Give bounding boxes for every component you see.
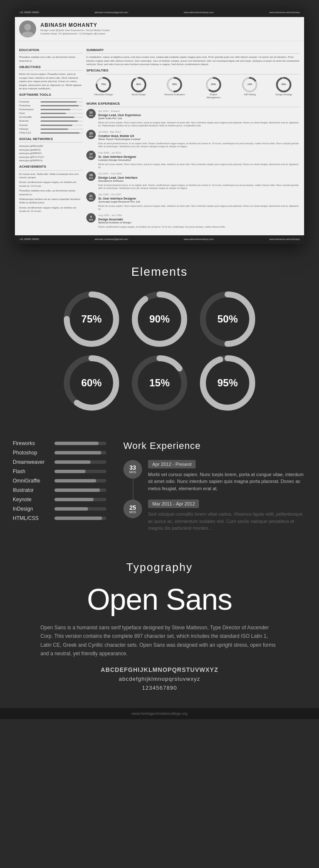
svg-point-0 (24, 24, 31, 31)
donut-chart: 90% (132, 291, 187, 347)
tool-row: Flash (19, 112, 83, 115)
software-tools-title: Software Tools (19, 93, 83, 98)
typography-title: Typography (13, 561, 306, 574)
work-col: Work Experience 33 MOS Apr 2012 - Presen… (123, 440, 306, 540)
tool-row: Illustrator (19, 120, 83, 123)
resume-work: 33 MOS Apr 2012 - Present Design Lead, U… (86, 109, 300, 228)
specialties-title: Specialties (86, 69, 300, 74)
donut-grid-row1: 75%90%50% (9, 291, 310, 347)
footer-url: www.heritagechristiancollege.org (131, 711, 188, 716)
donut-chart: 50% (200, 291, 255, 347)
resume-work-item: 17 MOS Feb 2009 - Jul 2010 Sr. User Inte… (86, 151, 300, 169)
skill-row: OmniGraffle (13, 478, 106, 484)
resume-work-item: 5 MOS Aug 2005 - Jan 2006 Design Associa… (86, 213, 300, 228)
resume-tagline1: Design Lead @Quikr User Experience • Soc… (40, 29, 110, 32)
tool-row: Photoshop (19, 104, 83, 107)
typography-section: Typography Open Sans Open Sans is a huma… (0, 548, 319, 708)
resume-left-col: Education Phasellus sodales eros odio, a… (19, 46, 83, 231)
tool-row: Dreamweaver (19, 108, 83, 111)
work-col-title: Work Experience (123, 440, 306, 451)
tool-row: Fireworks (19, 100, 83, 103)
skills-col: Fireworks Photoshop Dreamweaver Flash Om… (13, 440, 106, 540)
objectives-text: Morbi vel cursus sapien. Phasellus lorem… (19, 72, 83, 90)
tool-row: Keynote (19, 124, 83, 127)
resume-work-item: 16 MOS Oct 2007 - Feb 2009 Design Lead, … (86, 171, 300, 190)
resume-header: +91 98980 98980 abinash.mohanty@gmail.co… (15, 9, 304, 17)
summary-text: In vestibulum, metus ut dapibus luctus, … (86, 55, 300, 66)
font-name: Open Sans (13, 582, 306, 617)
resume-work-item: 33 MOS Apr 2012 - Present Design Lead, U… (86, 109, 300, 127)
resume-tools: Fireworks Photoshop Dreamweaver Flash Om… (19, 100, 83, 134)
resume-work-item: 21 MOS Jan 2006 - Oct 2007 Sr. User Inte… (86, 192, 300, 211)
work-timeline-item: 25 MOS Mar 2011 - Apr 2012 Sed volutpat … (123, 500, 306, 532)
resume-email: abinash.mohanty@gmail.com (94, 11, 128, 14)
specialty-item: 50%Heuristic Evaluation (164, 77, 185, 99)
skills-list: Fireworks Photoshop Dreamweaver Flash Om… (13, 440, 106, 521)
svg-point-1 (22, 31, 34, 37)
objectives-title: Objectives (19, 65, 83, 71)
resume-footer-bar: +91 98980 98980 abinash.mohanty@gmail.co… (15, 235, 304, 244)
work-timeline: 33 MOS Apr 2012 - Present Morbi vel curs… (123, 460, 306, 532)
specialty-item: 15%A/B Testing (242, 77, 257, 99)
resume-card: +91 98980 98980 abinash.mohanty@gmail.co… (15, 9, 304, 244)
donut-grid-row2: 60%15%95% (9, 355, 310, 411)
page-footer: www.heritagechristiancollege.org (0, 708, 319, 719)
footer-website: www.abinashmohanty.com (184, 238, 214, 241)
footer-behance: www.behance.net/mohanty (269, 238, 300, 241)
resume-inner: +91 98980 98980 abinash.mohanty@gmail.co… (15, 9, 304, 244)
footer-phone: +91 98980 98980 (19, 238, 39, 241)
skill-row: Illustrator (13, 487, 106, 493)
resume-achievements: Et massa eros. Nulla odio. Nulla consequ… (19, 172, 83, 213)
resume-body: Education Phasellus sodales eros odio, a… (15, 41, 304, 235)
education-title: Education (19, 48, 83, 54)
skill-row: InDesign (13, 506, 106, 512)
specialty-item: 90%Visual Design (131, 77, 146, 99)
resume-right-col: Summary In vestibulum, metus ut dapibus … (86, 46, 300, 231)
specialty-item: 95%Design Strategy (276, 77, 292, 99)
social-title: Social Networks (19, 137, 83, 143)
tool-row: HTML/CSS (19, 131, 83, 134)
alphabet-upper: ABCDEFGHIJKLMNOPQRSTUVWXYZ (13, 666, 306, 673)
font-description: Open Sans is a humanist sans serif typef… (40, 623, 279, 658)
achievements-title: Achievements (19, 165, 83, 170)
donut-chart: 75% (64, 291, 119, 347)
footer-email: abinash.mohanty@gmail.com (94, 238, 128, 241)
tool-row: InDesign (19, 128, 83, 131)
alphabet-lower: abcdefghijklmnopqrstuvwxyz (13, 676, 306, 682)
resume-name-section: ABINASH MOHANTY Design Lead @Quikr User … (15, 17, 304, 41)
elements-title: Elements (9, 265, 310, 279)
donut-chart: 15% (132, 355, 187, 411)
donut-chart: 60% (64, 355, 119, 411)
resume-name: ABINASH MOHANTY (40, 22, 110, 29)
work-exp-title: Work Experience (86, 102, 300, 107)
tool-row: OmniGraffle (19, 116, 83, 119)
resume-website: www.abinashmohanty.com (184, 11, 214, 14)
resume-social: www.goo.gl/MLpmjWwww.goo.gl/p8h2Qwww.goo… (19, 144, 83, 162)
donut-chart: 95% (200, 355, 255, 411)
summary-title: Summary (86, 48, 300, 54)
skill-row: Flash (13, 468, 106, 474)
resume-behance: www.behance.net/mohanty (269, 11, 300, 14)
resume-tagline2: Creative Head, UX @silvertouch • UI Desi… (40, 32, 110, 36)
skill-row: Photoshop (13, 450, 106, 456)
skill-row: Keynote (13, 497, 106, 503)
resume-avatar (19, 20, 36, 37)
skills-work-section: Fireworks Photoshop Dreamweaver Flash Om… (0, 432, 319, 548)
skill-row: Fireworks (13, 440, 106, 446)
elements-section: Elements 75%90%50% 60%15%95% (0, 252, 319, 432)
specialty-item: 60%Project Management (203, 77, 224, 99)
resume-phone: +91 98980 98980 (19, 11, 39, 14)
specialty-item: 75%Interaction Design (94, 77, 113, 99)
resume-work-item: 20 MOS Jul 2010 - Mar 2012 Creative Head… (86, 130, 300, 148)
specialties-row: 75%Interaction Design90%Visual Design50%… (86, 77, 300, 99)
work-timeline-item: 33 MOS Apr 2012 - Present Morbi vel curs… (123, 460, 306, 492)
skill-row: Dreamweaver (13, 459, 106, 465)
education-text: Phasellus sodales eros odio, ac fermentu… (19, 55, 83, 63)
numbers-row: 1234567890 (13, 685, 306, 691)
skill-row: HTML/CSS (13, 515, 106, 521)
resume-name-text: ABINASH MOHANTY Design Lead @Quikr User … (40, 22, 110, 35)
